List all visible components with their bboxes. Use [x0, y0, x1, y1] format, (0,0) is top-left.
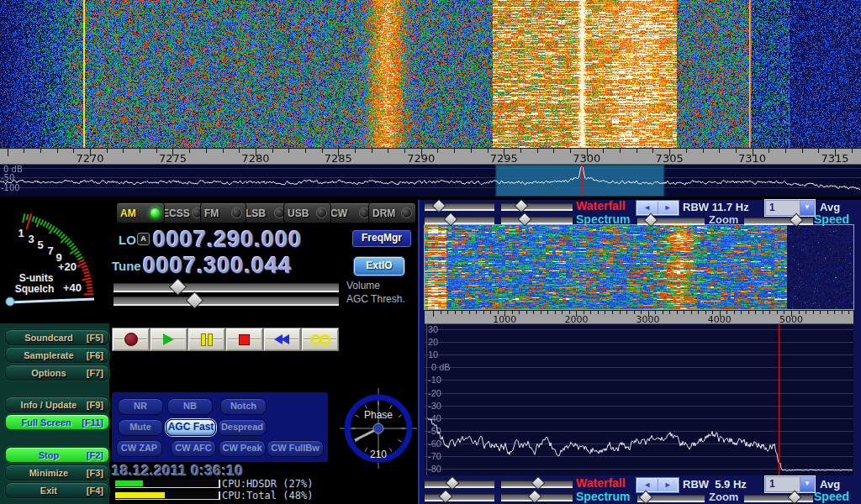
gauge-tick: [59, 232, 62, 236]
avg-select-top[interactable]: 1 ▼: [765, 200, 815, 216]
nr-button[interactable]: NR: [118, 398, 163, 415]
s-meter[interactable]: 13579+20+40S-unitsSquelch: [0, 200, 109, 324]
avg-select-bottom[interactable]: 1 ▼: [765, 476, 815, 492]
gauge-tick: [398, 415, 401, 417]
lo-auto-badge[interactable]: A: [137, 233, 150, 245]
zoom-spectrum-display[interactable]: [425, 324, 853, 475]
gauge-tick: [79, 260, 84, 262]
mode-led-icon: [401, 207, 412, 218]
button-label: Stop: [11, 450, 87, 460]
waterfall-tab-top[interactable]: Waterfall: [576, 199, 626, 213]
mode-button-usb[interactable]: USB: [283, 202, 331, 223]
dropdown-arrow-icon[interactable]: ▼: [800, 477, 814, 491]
gauge-tick: [23, 213, 24, 223]
waterfall-tab-bottom[interactable]: Waterfall: [576, 476, 626, 490]
zoom-waterfall-display[interactable]: [425, 225, 853, 309]
samplerate-button[interactable]: Samplerate[F6]: [5, 347, 109, 363]
squelch-knob[interactable]: [6, 297, 14, 306]
speed-slider-top[interactable]: [744, 218, 813, 225]
extio-button[interactable]: ExtIO: [354, 257, 404, 276]
spectrum-contrast-slider-top[interactable]: [501, 217, 573, 224]
cw-zap-button[interactable]: CW ZAP: [116, 440, 162, 457]
zoom-slider-bottom[interactable]: [637, 495, 705, 502]
record-button[interactable]: [112, 328, 150, 351]
spectrum-tab-bottom[interactable]: Spectrum: [576, 490, 631, 503]
mode-button-drm[interactable]: DRM: [368, 202, 416, 223]
main-waterfall-display[interactable]: [0, 0, 861, 148]
freqmgr-button[interactable]: FreqMgr: [352, 230, 411, 247]
mode-label: CW: [330, 207, 347, 219]
rbw-value-bottom: RBW 5.9 Hz: [683, 478, 747, 491]
mode-button-am[interactable]: AM: [116, 202, 165, 223]
agc-threshold-slider[interactable]: [114, 297, 339, 306]
rewind-button[interactable]: [263, 328, 301, 351]
zoom-label-top: Zoom: [709, 213, 738, 226]
slider-thumb[interactable]: [186, 291, 203, 309]
gauge-tick: [44, 221, 46, 226]
button-fkey: [F5]: [87, 333, 103, 343]
cw-afc-button[interactable]: CW AFC: [171, 440, 216, 457]
main-spectrum-display[interactable]: [0, 165, 861, 197]
agc-fast-button[interactable]: AGC Fast: [166, 419, 216, 436]
agc-threshold-label: AGC Thresh.: [346, 293, 405, 305]
gauge-tick: [67, 241, 71, 245]
rbw-spinner-top[interactable]: ◄ ►: [637, 201, 679, 215]
waterfall-contrast-slider-top[interactable]: [501, 203, 573, 211]
spectrum-brightness-slider-bottom[interactable]: [425, 494, 494, 501]
gauge-tick: [84, 275, 90, 276]
spectrum-brightness-slider-top[interactable]: [425, 217, 494, 224]
arrow-left-icon[interactable]: ◄: [637, 479, 658, 491]
waterfall-brightness-slider-bottom[interactable]: [425, 480, 494, 488]
pause-button[interactable]: [188, 328, 225, 351]
soundcard-button[interactable]: Soundcard[F5]: [5, 329, 109, 345]
mode-button-fm[interactable]: FM: [200, 202, 246, 223]
cw-peak-button[interactable]: CW Peak: [219, 440, 266, 457]
mode-label: LSB: [246, 207, 266, 219]
slider-thumb[interactable]: [169, 278, 187, 296]
notch-button[interactable]: Notch: [220, 398, 267, 415]
mode-label: ECSS: [162, 207, 190, 219]
spectrum-tab-top[interactable]: Spectrum: [576, 213, 631, 226]
mode-led-icon: [316, 207, 327, 218]
gauge-label: 5: [37, 239, 43, 251]
minimize-button[interactable]: Minimize[F3]: [5, 465, 109, 480]
mode-button-cw[interactable]: CW: [326, 202, 374, 223]
gauge-tick: [37, 218, 40, 227]
gauge-tick: [61, 234, 65, 239]
arrow-right-icon[interactable]: ►: [658, 479, 679, 491]
cw-fullbw-button[interactable]: CW FullBw: [267, 440, 324, 457]
arrow-right-icon[interactable]: ►: [658, 202, 679, 214]
main-frequency-ruler[interactable]: [0, 148, 861, 165]
full-screen-button[interactable]: Full Screen[F11]: [5, 414, 109, 430]
spectrum-contrast-slider-bottom[interactable]: [501, 494, 573, 501]
exit-button[interactable]: Exit[F4]: [5, 482, 109, 498]
tune-frequency-value[interactable]: 0007.300.044: [143, 253, 292, 279]
arrow-left-icon[interactable]: ◄: [637, 202, 658, 214]
play-button[interactable]: [150, 328, 188, 351]
nb-button[interactable]: NB: [167, 398, 213, 415]
avg-label-bottom: Avg: [820, 478, 840, 491]
info-update-button[interactable]: Info / Update[F9]: [5, 396, 109, 412]
despread-button[interactable]: Despread: [218, 419, 267, 436]
volume-slider[interactable]: [114, 283, 339, 292]
dropdown-arrow-icon[interactable]: ▼: [800, 201, 814, 215]
stop-button[interactable]: [225, 328, 263, 351]
zoom-slider-top[interactable]: [637, 218, 705, 225]
gauge-tick: [87, 285, 92, 286]
waterfall-brightness-slider-top[interactable]: [425, 203, 494, 211]
options-button[interactable]: Options[F7]: [5, 365, 109, 381]
rbw-spinner-bottom[interactable]: ◄ ►: [637, 478, 679, 492]
lo-frequency-value[interactable]: 0007.290.000: [153, 227, 302, 253]
datetime-display: 18.12.2011 0:36:10: [112, 463, 243, 480]
gauge-tick: [54, 228, 57, 233]
waterfall-contrast-slider-bottom[interactable]: [501, 480, 573, 488]
gauge-tick: [82, 278, 91, 281]
mute-button[interactable]: Mute: [118, 419, 163, 436]
loop-button[interactable]: [301, 328, 339, 351]
mode-button-lsb[interactable]: LSB: [241, 202, 289, 223]
speed-slider-bottom[interactable]: [744, 495, 813, 502]
zoom-frequency-ruler[interactable]: [425, 310, 853, 324]
gauge-tick: [398, 440, 401, 443]
stop-button[interactable]: Stop[F2]: [5, 447, 109, 463]
gauge-tick: [69, 244, 73, 247]
